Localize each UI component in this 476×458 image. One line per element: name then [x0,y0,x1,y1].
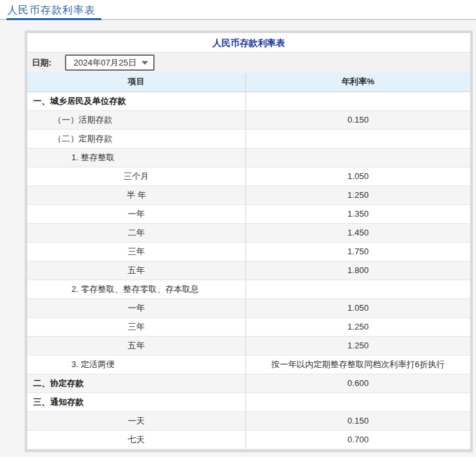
table-row: 二年 1.450 [27,223,470,242]
rate-cell: 1.250 [245,336,470,355]
table-row: 一天 0.150 [27,411,470,430]
item-cell: （二）定期存款 [27,129,245,148]
table-row: 五年 1.250 [27,336,470,355]
rate-table: 项目 年利率% 一、城乡居民及单位存款 （一）活期存款 0.150 （二）定期存… [27,73,470,450]
item-cell: 七天 [27,430,245,449]
page-body: 人民币存款利率表 日期: 2024年07月25日 项目 年利率% 一、城乡居民及… [0,20,476,457]
table-row: 一、城乡居民及单位存款 [27,91,470,110]
item-cell: 五年 [27,261,245,280]
item-cell: 三年 [27,242,245,261]
table-title: 人民币存款利率表 [27,33,470,53]
rate-cell: 1.800 [245,261,470,280]
table-row: 三个月 1.050 [27,167,470,186]
rate-cell [245,392,470,411]
table-row: 1. 整存整取 [27,148,470,167]
rate-cell: 0.150 [245,411,470,430]
rate-cell: 1.350 [245,204,470,223]
rate-cell: 1.050 [245,167,470,186]
item-cell: 一、城乡居民及单位存款 [27,91,245,110]
page-header: 人民币存款利率表 [0,0,476,20]
rate-cell [245,129,470,148]
table-row: 2. 零存整取、整存零取、存本取息 [27,280,470,298]
table-row: 3. 定活两便 按一年以内定期整存整取同档次利率打6折执行 [27,355,470,374]
table-row: 一年 1.350 [27,204,470,223]
title-accent-underline [6,18,101,20]
table-row: 五年 1.800 [27,261,470,280]
table-row: 二、协定存款 0.600 [27,374,470,392]
rate-cell: 0.600 [245,374,470,392]
rate-cell: 1.250 [245,186,470,204]
date-label: 日期: [32,57,51,69]
table-row: 三年 1.250 [27,317,470,336]
item-cell: 一年 [27,298,245,317]
rate-cell [245,148,470,167]
rate-cell: 1.050 [245,298,470,317]
item-cell: 三年 [27,317,245,336]
table-row: 半 年 1.250 [27,186,470,204]
column-header-item: 项目 [27,73,245,91]
rate-cell: 1.750 [245,242,470,261]
rate-table-body: 一、城乡居民及单位存款 （一）活期存款 0.150 （二）定期存款 1. 整存整… [27,91,470,449]
item-cell: 一天 [27,411,245,430]
rate-cell: 1.450 [245,223,470,242]
item-cell: 二、协定存款 [27,374,245,392]
item-cell: 二年 [27,223,245,242]
rate-cell: 按一年以内定期整存整取同档次利率打6折执行 [245,355,470,374]
item-cell: 三个月 [27,167,245,186]
rate-cell: 1.250 [245,317,470,336]
table-row: 七天 0.700 [27,430,470,449]
date-select-value: 2024年07月25日 [73,57,139,69]
chevron-down-icon [142,61,148,65]
table-row: 一年 1.050 [27,298,470,317]
rate-cell: 0.700 [245,430,470,449]
table-row: 三、通知存款 [27,392,470,411]
item-cell: 2. 零存整取、整存零取、存本取息 [27,280,245,298]
item-cell: 半 年 [27,186,245,204]
item-cell: 三、通知存款 [27,392,245,411]
rate-cell [245,280,470,298]
table-row: （二）定期存款 [27,129,470,148]
page-title: 人民币存款利率表 [7,4,95,18]
table-header-row: 项目 年利率% [27,73,470,91]
table-row: （一）活期存款 0.150 [27,110,470,129]
item-cell: 一年 [27,204,245,223]
rate-cell: 0.150 [245,110,470,129]
rate-panel: 人民币存款利率表 日期: 2024年07月25日 项目 年利率% 一、城乡居民及… [25,30,473,452]
item-cell: 1. 整存整取 [27,148,245,167]
date-select[interactable]: 2024年07月25日 [65,54,155,71]
table-row: 三年 1.750 [27,242,470,261]
rate-cell [245,91,470,110]
item-cell: 3. 定活两便 [27,355,245,374]
item-cell: 五年 [27,336,245,355]
column-header-rate: 年利率% [245,73,470,91]
item-cell: （一）活期存款 [27,110,245,129]
date-row: 日期: 2024年07月25日 [27,53,470,73]
